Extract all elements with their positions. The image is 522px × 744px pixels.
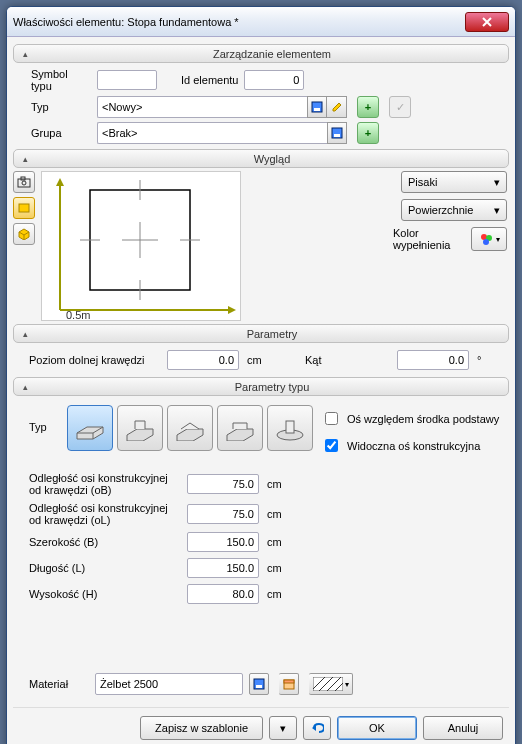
chevron-down-icon: ▾ (494, 204, 500, 217)
chevron-up-icon: ▴ (18, 380, 32, 394)
svg-point-6 (22, 181, 26, 185)
label-dlugosc: Długość (L) (29, 562, 179, 574)
unit-cm: cm (267, 536, 291, 548)
chevron-down-icon: ▾ (496, 235, 500, 244)
ok-button[interactable]: OK (337, 716, 417, 740)
wysokosc-input[interactable] (187, 584, 259, 604)
odl-ol-input[interactable] (187, 504, 259, 524)
label-kat: Kąt (305, 354, 322, 366)
unit-cm: cm (267, 508, 291, 520)
grupa-add-button[interactable]: + (357, 122, 379, 144)
section-title: Wygląd (36, 153, 508, 165)
label-odl-ol: Odległość osi konstrukcyjnej od krawędzi… (29, 502, 179, 526)
unit-deg: ° (477, 354, 501, 366)
foundation-type-5[interactable] (267, 405, 313, 451)
preview-canvas: 0.5m (41, 171, 241, 321)
label-grupa: Grupa (31, 127, 91, 139)
section-title: Parametry (36, 328, 508, 340)
label-poziom: Poziom dolnej krawędzi (29, 354, 159, 366)
cancel-button[interactable]: Anuluj (423, 716, 503, 740)
unit-cm: cm (267, 588, 291, 600)
unit-cm: cm (267, 478, 291, 490)
typ-save-icon[interactable] (307, 96, 327, 118)
section-params[interactable]: ▴ Parametry (13, 324, 509, 343)
section-title: Parametry typu (36, 381, 508, 393)
section-type-params[interactable]: ▴ Parametry typu (13, 377, 509, 396)
svg-rect-21 (286, 421, 294, 433)
section-management[interactable]: ▴ Zarządzanie elementem (13, 44, 509, 63)
svg-rect-25 (284, 680, 294, 683)
foundation-type-2[interactable] (117, 405, 163, 451)
view-plan-icon[interactable] (13, 197, 35, 219)
grupa-dropdown-icon[interactable] (327, 122, 347, 144)
section-title: Zarządzanie elementem (36, 48, 508, 60)
material-hatch-button[interactable]: ▾ (309, 673, 353, 695)
chevron-down-icon: ▾ (345, 680, 349, 689)
save-template-dropdown[interactable]: ▾ (269, 716, 297, 740)
checkbox-os-input[interactable] (325, 412, 338, 425)
label-id-elementu: Id elementu (181, 74, 238, 86)
svg-rect-1 (314, 108, 320, 111)
grupa-combo[interactable]: <Brak> (97, 122, 327, 144)
view-camera-icon[interactable] (13, 171, 35, 193)
label-odl-ob: Odległość osi konstrukcyjnej od krawędzi… (29, 472, 179, 496)
close-button[interactable] (465, 12, 509, 32)
label-wysokosc: Wysokość (H) (29, 588, 179, 600)
view-3d-icon[interactable] (13, 223, 35, 245)
unit-cm: cm (247, 354, 271, 366)
id-elementu-input[interactable] (244, 70, 304, 90)
label-material: Materiał (29, 678, 89, 690)
powierzchnie-button[interactable]: Powierzchnie▾ (401, 199, 507, 221)
szerokosc-input[interactable] (187, 532, 259, 552)
odl-ob-input[interactable] (187, 474, 259, 494)
svg-point-19 (483, 239, 489, 245)
color-fill-button[interactable]: ▾ (471, 227, 507, 251)
material-save-icon[interactable] (249, 673, 269, 695)
foundation-type-1[interactable] (67, 405, 113, 451)
svg-rect-23 (256, 685, 262, 688)
chevron-down-icon: ▾ (494, 176, 500, 189)
material-library-icon[interactable] (279, 673, 299, 695)
foundation-type-4[interactable] (217, 405, 263, 451)
foundation-type-3[interactable] (167, 405, 213, 451)
scale-label: 0.5m (66, 309, 90, 321)
titlebar: Właściwości elementu: Stopa fundamentowa… (7, 7, 515, 37)
material-combo[interactable]: Żelbet 2500 (95, 673, 243, 695)
kat-input[interactable] (397, 350, 469, 370)
save-template-button[interactable]: Zapisz w szablonie (140, 716, 263, 740)
unit-cm: cm (267, 562, 291, 574)
typ-combo[interactable]: <Nowy> (97, 96, 307, 118)
label-typ: Typ (31, 101, 91, 113)
checkbox-os-wzgledem[interactable]: Oś względem środka podstawy (321, 409, 499, 428)
label-typ2: Typ (29, 405, 59, 433)
chevron-up-icon: ▴ (18, 327, 32, 341)
svg-rect-3 (334, 134, 340, 137)
typ-add-button[interactable]: + (357, 96, 379, 118)
poziom-input[interactable] (167, 350, 239, 370)
checkbox-widoczna-input[interactable] (325, 439, 338, 452)
typ-edit-icon[interactable] (327, 96, 347, 118)
chevron-up-icon: ▴ (18, 152, 32, 166)
dlugosc-input[interactable] (187, 558, 259, 578)
chevron-up-icon: ▴ (18, 47, 32, 61)
window-title: Właściwości elementu: Stopa fundamentowa… (13, 16, 465, 28)
svg-rect-7 (19, 204, 29, 212)
section-appearance[interactable]: ▴ Wygląd (13, 149, 509, 168)
symbol-typu-input[interactable] (97, 70, 157, 90)
label-kolor: Kolor wypełnienia (393, 227, 463, 251)
undo-button[interactable] (303, 716, 331, 740)
checkbox-widoczna-os[interactable]: Widoczna oś konstrukcyjna (321, 436, 499, 455)
label-symbol-typu: Symbol typu (31, 68, 91, 92)
pisaki-button[interactable]: Pisaki▾ (401, 171, 507, 193)
label-szerokosc: Szerokość (B) (29, 536, 179, 548)
typ-confirm-button[interactable]: ✓ (389, 96, 411, 118)
